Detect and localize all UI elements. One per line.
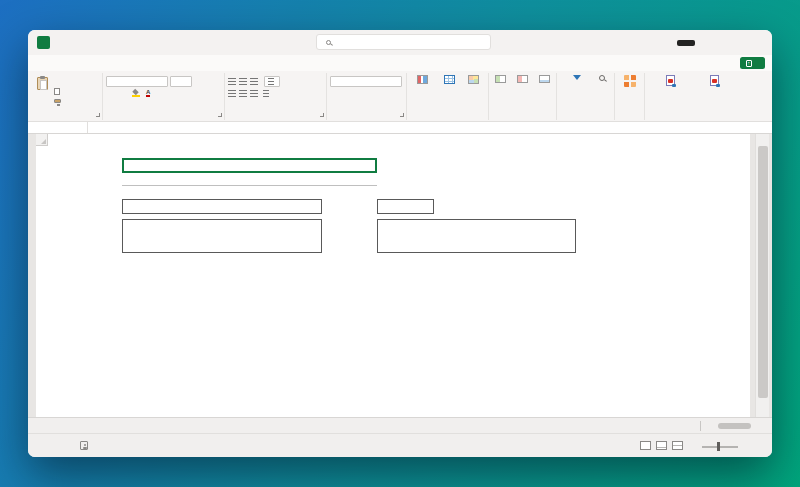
ribbon-group-acrobat bbox=[645, 73, 741, 120]
ribbon-group-addins bbox=[615, 73, 645, 120]
sheet-background bbox=[36, 134, 750, 417]
paste-button[interactable] bbox=[36, 75, 49, 105]
ribbon-group-font: A bbox=[103, 73, 225, 120]
create-pdf-outlook-button[interactable] bbox=[691, 73, 737, 120]
spreadsheet-grid[interactable] bbox=[28, 134, 772, 417]
scroll-up-icon[interactable] bbox=[756, 134, 770, 145]
ribbon-group-editing bbox=[557, 73, 615, 120]
minimize-button[interactable] bbox=[709, 30, 730, 55]
horizontal-scrollbar-thumb[interactable] bbox=[718, 423, 751, 429]
insert-cells-button[interactable] bbox=[489, 73, 511, 120]
sheet-tab-bar bbox=[28, 417, 772, 433]
page-break-view-button[interactable] bbox=[672, 441, 683, 450]
delete-cells-button[interactable] bbox=[511, 73, 533, 120]
window-controls bbox=[677, 30, 772, 55]
format-painter-button[interactable] bbox=[54, 97, 62, 105]
excel-window: ↑ bbox=[28, 30, 772, 457]
format-as-table-button[interactable] bbox=[437, 73, 462, 120]
maximize-button[interactable] bbox=[730, 30, 751, 55]
reviewed-by-label bbox=[48, 200, 120, 212]
font-dialog-launcher[interactable] bbox=[218, 113, 222, 117]
create-pdf-outlook-icon bbox=[710, 75, 719, 86]
search-icon bbox=[326, 40, 331, 45]
reviewed-by-cell[interactable] bbox=[122, 199, 322, 214]
format-painter-icon bbox=[54, 99, 61, 103]
formula-buttons bbox=[88, 122, 114, 133]
align-top-button[interactable] bbox=[228, 78, 236, 85]
ribbon-group-alignment bbox=[225, 73, 327, 120]
page-layout-view-button[interactable] bbox=[656, 441, 667, 450]
cell-styles-button[interactable] bbox=[462, 73, 485, 120]
merge-center-button[interactable] bbox=[261, 89, 275, 98]
formula-input[interactable] bbox=[114, 122, 772, 133]
formula-bar bbox=[28, 122, 772, 134]
vertical-scrollbar[interactable] bbox=[755, 134, 769, 417]
align-bottom-button[interactable] bbox=[250, 78, 258, 85]
clipboard-small-buttons bbox=[54, 75, 62, 105]
sort-filter-button[interactable] bbox=[566, 73, 587, 82]
date-reviewed-label bbox=[298, 200, 373, 212]
align-right-button[interactable] bbox=[250, 90, 258, 97]
ribbon: A bbox=[28, 71, 772, 122]
create-pdf-icon bbox=[666, 75, 675, 86]
training-needs-cell[interactable] bbox=[122, 219, 322, 253]
create-pdf-share-link-button[interactable] bbox=[649, 73, 691, 120]
wrap-text-button[interactable] bbox=[264, 76, 280, 87]
wrap-text-icon bbox=[268, 78, 274, 85]
vertical-scrollbar-thumb[interactable] bbox=[758, 146, 768, 398]
merge-center-icon bbox=[263, 90, 269, 97]
sort-filter-icon bbox=[573, 75, 581, 80]
addins-button[interactable] bbox=[623, 73, 637, 120]
zoom-slider-thumb[interactable] bbox=[717, 442, 720, 451]
align-center-button[interactable] bbox=[239, 90, 247, 97]
share-button[interactable]: ↑ bbox=[740, 57, 766, 69]
copy-button[interactable] bbox=[54, 87, 62, 95]
excel-logo-icon bbox=[37, 36, 50, 49]
normal-view-button[interactable] bbox=[640, 441, 651, 450]
sign-in-button[interactable] bbox=[677, 40, 695, 46]
close-button[interactable] bbox=[751, 30, 772, 55]
search-box[interactable] bbox=[316, 34, 491, 50]
sheet-nav-prev-icon[interactable] bbox=[28, 418, 41, 433]
autosum-button[interactable] bbox=[560, 75, 561, 83]
alignment-dialog-launcher[interactable] bbox=[320, 113, 324, 117]
number-dialog-launcher[interactable] bbox=[400, 113, 404, 117]
copy-icon bbox=[54, 88, 60, 95]
fill-color-button[interactable] bbox=[132, 90, 140, 97]
format-cells-button[interactable] bbox=[533, 73, 555, 120]
find-select-button[interactable] bbox=[592, 73, 613, 83]
status-bar bbox=[28, 433, 772, 457]
format-as-table-icon bbox=[444, 75, 455, 84]
conditional-formatting-button[interactable] bbox=[407, 73, 437, 120]
clipboard-dialog-launcher[interactable] bbox=[96, 113, 100, 117]
addins-icon bbox=[624, 75, 636, 87]
active-cell-C2[interactable] bbox=[122, 158, 377, 173]
position-cell-underline[interactable] bbox=[122, 185, 377, 186]
insert-cells-icon bbox=[495, 75, 506, 83]
accessibility-checker-icon[interactable] bbox=[80, 441, 88, 450]
number-format-select[interactable] bbox=[330, 76, 402, 87]
format-cells-icon bbox=[539, 75, 550, 83]
cut-button[interactable] bbox=[54, 77, 62, 85]
font-size-select[interactable] bbox=[170, 76, 192, 87]
add-sheet-button[interactable] bbox=[82, 418, 90, 433]
align-middle-button[interactable] bbox=[239, 78, 247, 85]
comments-cell[interactable] bbox=[377, 219, 576, 253]
comments-label bbox=[303, 220, 373, 230]
cell-styles-icon bbox=[468, 75, 479, 84]
position-label bbox=[52, 174, 120, 185]
align-left-button[interactable] bbox=[228, 90, 236, 97]
tab-bar-divider bbox=[700, 421, 701, 431]
zoom-slider[interactable] bbox=[702, 446, 738, 448]
font-name-select[interactable] bbox=[106, 76, 168, 87]
name-box[interactable] bbox=[28, 122, 88, 133]
date-reviewed-cell[interactable] bbox=[377, 199, 434, 214]
delete-cells-icon bbox=[517, 75, 528, 83]
name-label bbox=[52, 159, 120, 170]
clear-button[interactable] bbox=[560, 93, 561, 101]
sheet-nav-next-icon[interactable] bbox=[41, 418, 54, 433]
select-all-corner[interactable] bbox=[36, 134, 48, 146]
font-color-button[interactable]: A bbox=[146, 89, 150, 97]
fill-button[interactable] bbox=[560, 84, 561, 92]
share-icon: ↑ bbox=[746, 60, 753, 67]
